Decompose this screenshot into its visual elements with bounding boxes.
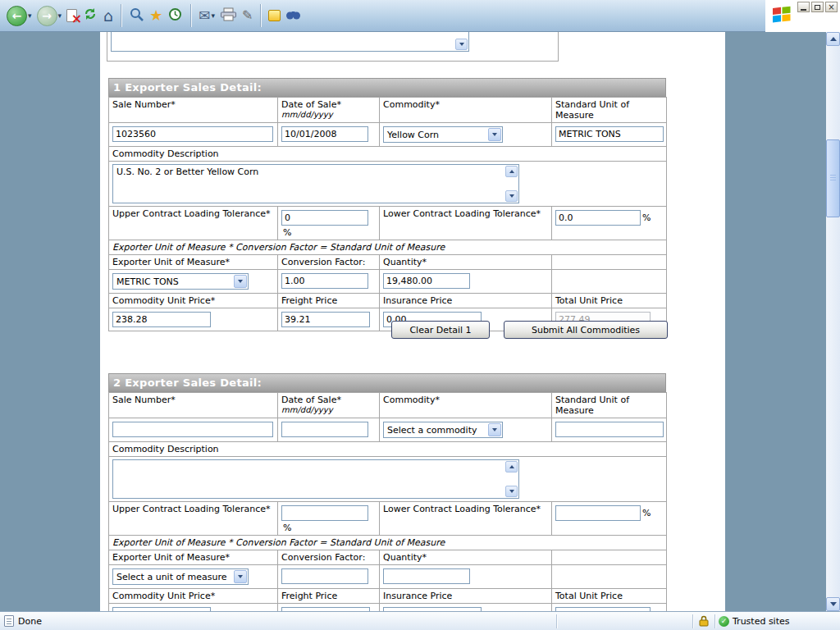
commodity-select[interactable]: Yellow Corn	[383, 126, 503, 143]
vertical-scrollbar[interactable]	[826, 32, 840, 611]
status-text: Done	[18, 616, 42, 627]
standard-unit-label: Standard Unit of Measure	[552, 98, 667, 123]
security-zone: ✓ Trusted sites	[715, 616, 840, 627]
forward-dropdown-icon[interactable]: ▾	[58, 11, 62, 20]
conversion-factor-label: Conversion Factor:	[278, 550, 380, 565]
insurance-price-label: Insurance Price	[380, 294, 552, 308]
percent-label: %	[642, 212, 651, 223]
quantity-label: Quantity*	[380, 255, 552, 270]
status-bar: Done ✓ Trusted sites	[0, 611, 840, 630]
search-button[interactable]	[127, 5, 146, 27]
edit-button[interactable]: ✎	[240, 7, 254, 24]
clear-detail-1-button[interactable]: Clear Detail 1	[391, 321, 490, 339]
submit-all-commodities-button[interactable]: Submit All Commodities	[504, 321, 668, 339]
commodity-description-textarea[interactable]: U.S. No. 2 or Better Yellow Corn	[112, 164, 519, 203]
research-button[interactable]	[284, 7, 303, 25]
minimize-button[interactable]	[797, 2, 810, 12]
date-of-sale-label: Date of Sale* mm/dd/yyyy	[278, 393, 380, 418]
sale-number-label: Sale Number*	[109, 393, 278, 418]
sale-number-input[interactable]	[112, 126, 273, 142]
sale-number-input[interactable]	[112, 422, 273, 437]
back-icon: ←	[7, 6, 27, 26]
freight-price-label: Freight Price	[278, 589, 380, 604]
conversion-factor-label: Conversion Factor:	[278, 255, 380, 270]
date-of-sale-input[interactable]	[281, 126, 368, 142]
upper-tolerance-label: Upper Contract Loading Tolerance*	[109, 207, 278, 240]
date-of-sale-input[interactable]	[281, 422, 368, 437]
messenger-button[interactable]	[267, 8, 282, 23]
conversion-factor-input[interactable]	[281, 568, 368, 584]
lower-tolerance-input[interactable]	[555, 505, 641, 521]
mail-dropdown-icon[interactable]: ▾	[212, 11, 216, 20]
scroll-up-icon[interactable]	[505, 461, 518, 472]
history-icon	[167, 7, 183, 25]
mail-button[interactable]: ✉ ▾	[197, 7, 217, 25]
favorites-star-icon: ★	[149, 8, 162, 23]
scroll-down-icon[interactable]	[826, 597, 840, 611]
toolbar-separator	[121, 4, 121, 27]
minimize-icon	[801, 9, 806, 11]
exporter-unit-label: Exporter Unit of Measure*	[109, 255, 278, 270]
empty-cell	[552, 550, 667, 565]
quantity-label: Quantity*	[380, 550, 552, 565]
chevron-down-icon[interactable]	[234, 570, 247, 583]
section-1-header: 1 Exporter Sales Detail:	[108, 78, 666, 97]
scroll-down-icon[interactable]	[455, 39, 468, 50]
scrollbar-thumb[interactable]	[826, 139, 840, 217]
conversion-factor-input[interactable]	[281, 273, 368, 289]
restore-button[interactable]	[811, 2, 824, 12]
exporter-unit-select[interactable]: METRIC TONS	[112, 273, 249, 290]
exporter-unit-select[interactable]: Select a unit of measure	[112, 568, 249, 585]
stop-button[interactable]: ×	[65, 7, 79, 24]
scroll-up-icon[interactable]	[826, 32, 840, 46]
commodity-description-textarea[interactable]	[112, 459, 519, 499]
section-1-actions: Clear Detail 1 Submit All Commodities	[108, 321, 668, 339]
standard-unit-input[interactable]	[555, 422, 664, 437]
upper-tolerance-input[interactable]	[281, 505, 368, 521]
partial-textarea[interactable]	[111, 32, 469, 52]
close-button[interactable]: ×	[825, 2, 838, 12]
binoculars-icon	[285, 8, 301, 24]
toolbar-separator	[260, 4, 261, 27]
history-button[interactable]	[166, 5, 185, 27]
lower-tolerance-input[interactable]	[555, 210, 641, 226]
messenger-icon	[268, 10, 281, 21]
exporter-unit-selected-value: Select a unit of measure	[116, 572, 227, 582]
quantity-input[interactable]	[383, 568, 470, 584]
chevron-down-icon[interactable]	[488, 423, 501, 436]
chevron-down-icon[interactable]	[234, 275, 247, 288]
standard-unit-input[interactable]	[555, 126, 664, 142]
lower-tolerance-label: Lower Contract Loading Tolerance*	[380, 502, 552, 536]
refresh-icon	[82, 6, 98, 25]
status-empty-segment	[557, 612, 692, 630]
exporter-unit-label: Exporter Unit of Measure*	[109, 550, 278, 565]
sale-number-label: Sale Number*	[109, 98, 278, 123]
commodity-label: Commodity*	[380, 393, 552, 418]
quantity-input[interactable]	[383, 273, 470, 289]
commodity-description-text: U.S. No. 2 or Better Yellow Corn	[116, 167, 258, 177]
scroll-down-icon[interactable]	[505, 486, 518, 497]
print-icon	[220, 7, 237, 25]
edit-icon: ✎	[242, 9, 253, 22]
insurance-price-label: Insurance Price	[380, 589, 552, 604]
scroll-up-icon[interactable]	[505, 166, 518, 177]
upper-tolerance-input[interactable]	[281, 210, 368, 226]
favorites-button[interactable]: ★	[148, 7, 164, 25]
trusted-check-icon: ✓	[719, 616, 729, 627]
empty-cell	[552, 270, 667, 294]
print-button[interactable]	[218, 6, 239, 26]
close-icon: ×	[828, 2, 834, 11]
commodity-select[interactable]: Select a commodity	[383, 422, 503, 438]
refresh-button[interactable]	[80, 4, 100, 27]
conversion-formula-note: Exporter Unit of Measure * Conversion Fa…	[109, 240, 667, 255]
web-page: 1 Exporter Sales Detail: Sale Number* Da…	[100, 32, 725, 611]
back-dropdown-icon[interactable]: ▾	[28, 11, 32, 20]
scroll-down-icon[interactable]	[505, 190, 518, 202]
commodity-description-label: Commodity Description	[109, 442, 667, 457]
forward-button[interactable]: → ▾	[35, 4, 64, 28]
windows-logo-icon	[772, 5, 792, 26]
home-button[interactable]: ⌂	[102, 7, 115, 25]
back-button[interactable]: ← ▾	[5, 4, 34, 28]
lower-tolerance-label: Lower Contract Loading Tolerance*	[380, 207, 552, 240]
chevron-down-icon[interactable]	[488, 128, 501, 141]
